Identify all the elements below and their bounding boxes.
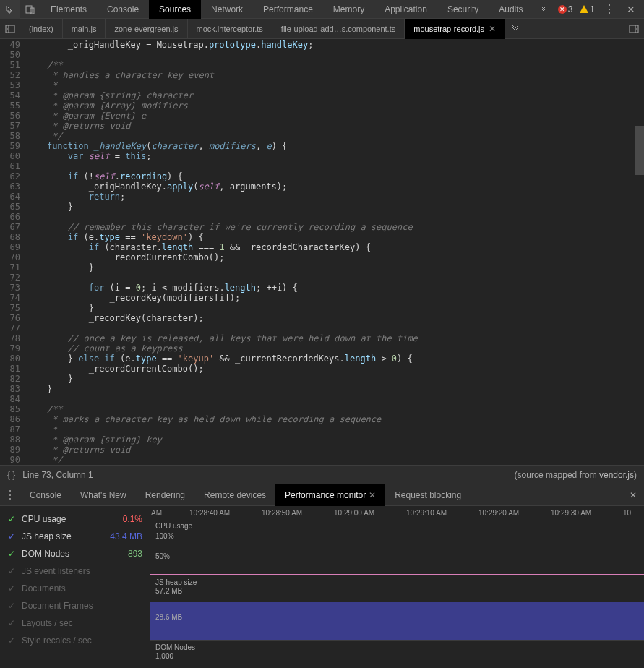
file-tab-label: file-upload-add…s.component.ts <box>281 25 395 33</box>
drawer-tab-whatsnew[interactable]: What's New <box>71 484 136 506</box>
charts-area: AM 10:28:40 AM 10:28:50 AM 10:29:00 AM 1… <box>150 506 644 668</box>
metric-value: 43.4 MB <box>106 531 142 541</box>
drawer-menu-icon[interactable]: ⋮ <box>0 485 20 505</box>
mapped-file-link[interactable]: vendor.js <box>599 470 634 480</box>
ytick: 1,000 <box>155 652 173 660</box>
metric-jsheap[interactable]: ✓ JS heap size 43.4 MB <box>0 528 150 545</box>
check-icon: ✓ <box>7 584 16 593</box>
tab-sources[interactable]: Sources <box>149 0 201 19</box>
metric-domnodes[interactable]: ✓ DOM Nodes 893 <box>0 545 150 562</box>
error-count[interactable]: ✕3 <box>555 4 576 14</box>
ts: 10:29:30 AM <box>551 509 591 517</box>
mapped-suffix: ) <box>634 470 637 480</box>
file-tab-upload[interactable]: file-upload-add…s.component.ts <box>272 19 405 39</box>
tab-network[interactable]: Network <box>201 0 253 19</box>
metric-value: 0.1% <box>106 514 142 524</box>
metric-label: Style recalcs / sec <box>22 635 142 646</box>
file-tab-label: mock.interceptor.ts <box>197 25 263 33</box>
drawer-close-icon[interactable]: ✕ <box>622 490 644 500</box>
file-tab-label: mousetrap-record.js <box>413 25 484 33</box>
debugger-toggle-icon[interactable] <box>624 19 644 39</box>
sources-subtabs: (index) main.js zone-evergreen.js mock.i… <box>0 19 644 39</box>
chart-cpu: CPU usage 100% 50% <box>150 519 644 575</box>
ts: AM <box>151 509 162 517</box>
tab-console[interactable]: Console <box>97 0 149 19</box>
metric-value: 893 <box>106 549 142 559</box>
check-icon: ✓ <box>7 532 16 541</box>
check-icon: ✓ <box>7 619 16 628</box>
chart-title: CPU usage <box>155 522 192 530</box>
chart-domnodes: DOM Nodes 1,000 <box>150 641 644 667</box>
ytick: 28.6 MB <box>155 613 182 621</box>
check-icon: ✓ <box>7 549 16 558</box>
drawer-tab-reqblock[interactable]: Request blocking <box>385 484 471 506</box>
drawer-tab-remote[interactable]: Remote devices <box>194 484 275 506</box>
file-tab-label: main.js <box>72 25 97 33</box>
pretty-print-icon[interactable]: { } <box>7 470 15 480</box>
warning-count-num: 1 <box>590 4 595 14</box>
drawer-tab-perfmon[interactable]: Performance monitor ✕ <box>275 484 385 506</box>
more-file-tabs-icon[interactable] <box>505 19 525 39</box>
ytick: 57.2 MB <box>155 587 182 595</box>
metric-label: Documents <box>22 583 142 594</box>
metric-listeners[interactable]: ✓ JS event listeners <box>0 562 150 580</box>
device-toggle-icon[interactable] <box>20 0 40 19</box>
metric-cpu[interactable]: ✓ CPU usage 0.1% <box>0 510 150 528</box>
check-icon: ✓ <box>7 601 16 610</box>
close-icon[interactable]: ✕ <box>369 490 376 500</box>
ts: 10 <box>623 509 631 517</box>
metric-frames[interactable]: ✓ Document Frames <box>0 597 150 615</box>
chart-title: DOM Nodes <box>155 643 195 651</box>
metric-label: JS event listeners <box>22 566 142 576</box>
metrics-list: ✓ CPU usage 0.1% ✓ JS heap size 43.4 MB … <box>0 506 150 668</box>
metric-layouts[interactable]: ✓ Layouts / sec <box>0 615 150 632</box>
close-icon[interactable]: ✕ <box>489 24 496 34</box>
metric-label: Layouts / sec <box>22 618 142 628</box>
metric-label: DOM Nodes <box>22 549 100 559</box>
ts: 10:28:50 AM <box>262 509 302 517</box>
drawer-tab-console[interactable]: Console <box>20 484 71 506</box>
cpu-line <box>150 574 644 575</box>
performance-monitor-panel: ✓ CPU usage 0.1% ✓ JS heap size 43.4 MB … <box>0 506 644 668</box>
code-content[interactable]: _origHandleKey = Mousetrap.prototype.han… <box>26 39 644 465</box>
tab-performance[interactable]: Performance <box>253 0 323 19</box>
navigator-toggle-icon[interactable] <box>0 19 20 39</box>
inspect-icon[interactable] <box>0 0 20 19</box>
ts: 10:28:40 AM <box>189 509 230 517</box>
main-tabs: Elements Console Sources Network Perform… <box>40 0 555 19</box>
drawer-tab-label: Performance monitor <box>285 490 366 500</box>
file-tab-label: (index) <box>29 25 53 33</box>
scrollbar-thumb[interactable] <box>635 126 644 175</box>
file-tab-main[interactable]: main.js <box>63 19 106 39</box>
tab-application[interactable]: Application <box>374 0 437 19</box>
metric-label: Document Frames <box>22 601 142 611</box>
warning-count[interactable]: 1 <box>577 4 598 14</box>
settings-icon[interactable]: ⋮ <box>599 0 619 19</box>
check-icon: ✓ <box>7 567 16 575</box>
file-tab-mock[interactable]: mock.interceptor.ts <box>188 19 272 39</box>
tab-security[interactable]: Security <box>437 0 489 19</box>
more-tabs-icon[interactable] <box>533 0 554 19</box>
file-tabs: (index) main.js zone-evergreen.js mock.i… <box>20 19 624 39</box>
svg-rect-0 <box>26 6 32 13</box>
ytick: 100% <box>155 532 174 540</box>
close-devtools-icon[interactable]: ✕ <box>621 0 641 19</box>
jsheap-fill <box>150 602 644 640</box>
devtools-topbar: Elements Console Sources Network Perform… <box>0 0 644 19</box>
error-count-num: 3 <box>568 4 573 14</box>
source-mapped: (source mapped from vendor.js) <box>515 470 637 480</box>
timestamp-row: AM 10:28:40 AM 10:28:50 AM 10:29:00 AM 1… <box>150 506 644 519</box>
tab-memory[interactable]: Memory <box>323 0 374 19</box>
file-tab-index[interactable]: (index) <box>20 19 63 39</box>
file-tab-zone[interactable]: zone-evergreen.js <box>106 19 187 39</box>
ts: 10:29:10 AM <box>406 509 447 517</box>
file-tab-mousetrap[interactable]: mousetrap-record.js✕ <box>405 19 505 39</box>
tab-audits[interactable]: Audits <box>489 0 533 19</box>
code-editor[interactable]: 4950515253545556575859606162636465666768… <box>0 39 644 465</box>
metric-documents[interactable]: ✓ Documents <box>0 580 150 597</box>
tab-elements[interactable]: Elements <box>40 0 97 19</box>
drawer-tabs: ⋮ Console What's New Rendering Remote de… <box>0 484 644 506</box>
metric-recalcs[interactable]: ✓ Style recalcs / sec <box>0 632 150 649</box>
editor-statusbar: { } Line 73, Column 1 (source mapped fro… <box>0 465 644 484</box>
drawer-tab-rendering[interactable]: Rendering <box>136 484 194 506</box>
